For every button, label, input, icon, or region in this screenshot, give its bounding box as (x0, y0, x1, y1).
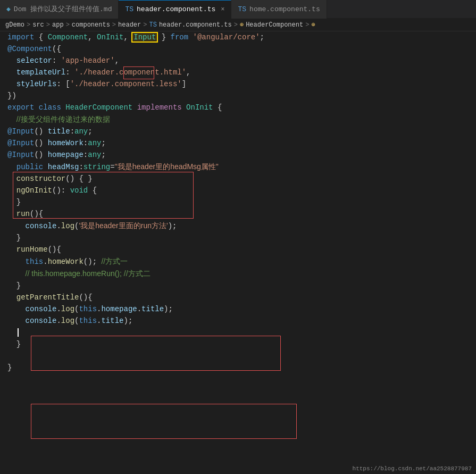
breadcrumb-item: header.component.ts (159, 21, 232, 29)
highlight-box-getparent (31, 404, 297, 439)
ts-icon-home: TS (238, 5, 246, 13)
code-line-29: } (0, 362, 476, 373)
breadcrumb-item: app (52, 21, 64, 29)
breadcrumb-item: components (72, 21, 110, 29)
code-line-12: public headMsg:string="我是header里的headMsg… (0, 161, 476, 173)
breadcrumb-sep: > (143, 21, 147, 29)
code-editor[interactable]: import { Component, OnInit, Input } from… (0, 31, 476, 373)
code-line-25: console.log(this.title); (0, 315, 476, 327)
tab-md-label: Dom 操作以及父子组件传值.md (14, 4, 112, 14)
breadcrumb-sep: > (66, 21, 70, 29)
code-line-5: styleUrls: ['./header.component.less'] (0, 78, 476, 90)
code-line-6: }) (0, 90, 476, 102)
tab-bar: ◆ Dom 操作以及父子组件传值.md TS header.component.… (0, 0, 476, 19)
breadcrumb: gDemo > src > app > components > header … (0, 19, 476, 31)
code-line-3: selector: 'app-header', (0, 55, 476, 66)
code-line-7: export class HeaderComponent implements … (0, 102, 476, 113)
ts-icon-active: TS (125, 5, 133, 13)
breadcrumb-item: src (32, 21, 44, 29)
code-line-11: @Input() homepage:any; (0, 149, 476, 161)
code-line-24: console.log(this.homepage.title); (0, 303, 476, 315)
breadcrumb-comp-icon: ⊕ (240, 21, 244, 29)
footer-url-text: https://blog.csdn.net/aa2528877987 (353, 465, 472, 472)
code-line-20: this.homeWork(); //方式一 (0, 255, 476, 268)
code-line-13: constructor() { } (0, 173, 476, 185)
tab-header-ts-label: header.component.ts (137, 5, 215, 13)
code-line-19: runHome(){ (0, 244, 476, 255)
breadcrumb-sep: > (234, 21, 238, 29)
code-line-10: @Input() homeWork:any; (0, 137, 476, 149)
code-line-21: // this.homepage.homeRun(); //方式二 (0, 268, 476, 280)
code-line-17: console.log('我是header里面的run方法'); (0, 220, 476, 232)
tab-home-ts-label: home.component.ts (249, 5, 320, 13)
code-line-9: @Input() title:any; (0, 126, 476, 137)
breadcrumb-sep: > (112, 21, 116, 29)
tab-md[interactable]: ◆ Dom 操作以及父子组件传值.md (0, 0, 119, 19)
breadcrumb-item: header (118, 21, 141, 29)
code-line-14: ngOnInit(): void { (0, 185, 476, 196)
code-area[interactable]: import { Component, OnInit, Input } from… (0, 31, 476, 373)
breadcrumb-end-icon: ⊕ (311, 21, 315, 29)
breadcrumb-sep: > (46, 21, 50, 29)
tab-close-icon[interactable]: × (221, 6, 224, 13)
code-line-16: run(){ (0, 208, 476, 220)
breadcrumb-sep: > (305, 21, 309, 29)
code-line-4: templateUrl: './header.component.html', (0, 66, 476, 78)
code-line-22: } (0, 280, 476, 292)
code-line-26 (0, 327, 476, 338)
md-icon: ◆ (6, 5, 11, 13)
code-line-8: //接受父组件传递过来的数据 (0, 113, 476, 126)
code-line-28 (0, 350, 476, 362)
code-line-18: } (0, 232, 476, 244)
code-line-27: } (0, 338, 476, 350)
code-line-15: } (0, 196, 476, 208)
breadcrumb-sep: > (27, 21, 30, 29)
footer-url: https://blog.csdn.net/aa2528877987 (348, 463, 476, 474)
code-line-1: import { Component, OnInit, Input } from… (0, 31, 476, 43)
breadcrumb-item: HeaderComponent (246, 21, 303, 29)
tab-header-ts[interactable]: TS header.component.ts × (119, 0, 231, 19)
code-line-2: @Component({ (0, 43, 476, 55)
code-line-23: getParentTitle(){ (0, 292, 476, 303)
breadcrumb-item: gDemo (5, 21, 24, 29)
tab-home-ts[interactable]: TS home.component.ts (231, 0, 327, 19)
breadcrumb-ts-icon: TS (149, 21, 156, 29)
